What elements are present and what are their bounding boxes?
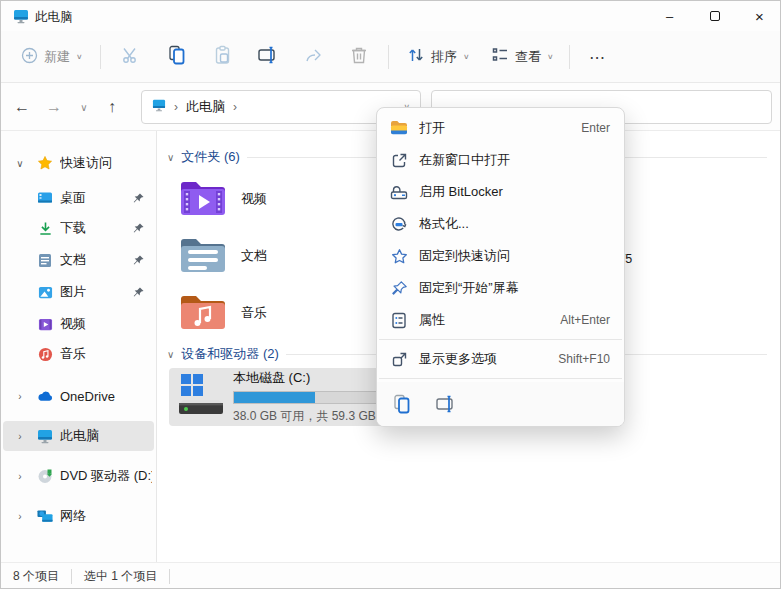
toolbar-divider [100, 45, 101, 69]
minimize-button[interactable]: – [647, 1, 692, 31]
folder-tile-label: 文档 [241, 247, 267, 265]
breadcrumb-separator: › [233, 100, 237, 114]
chevron-collapsed-icon[interactable]: › [13, 471, 27, 482]
documents-folder-icon [179, 233, 227, 279]
sidebar-item-quick-access[interactable]: ∨ 快速访问 [3, 148, 154, 178]
navigation-pane: ∨ 快速访问 桌面 下载 [1, 131, 157, 562]
local-disk-icon [179, 373, 223, 421]
context-menu-item-pin-to-start[interactable]: 固定到“开始”屏幕 [377, 272, 624, 304]
folder-tile-music[interactable]: 音乐 [179, 285, 267, 341]
sidebar-item-this-pc[interactable]: › 此电脑 [3, 421, 154, 451]
onedrive-cloud-icon [37, 388, 53, 404]
group-header-label: 文件夹 (6) [181, 148, 240, 166]
folder-tile-documents[interactable]: 文档 [179, 228, 267, 284]
sidebar-item-downloads[interactable]: 下载 [3, 213, 154, 243]
delete-button[interactable] [341, 41, 377, 73]
document-icon [37, 252, 53, 268]
copy-icon [167, 45, 187, 69]
context-menu-item-open-new-window[interactable]: 在新窗口中打开 [377, 144, 624, 176]
sidebar-item-label: 视频 [60, 315, 86, 333]
sidebar-item-label: 音乐 [60, 345, 86, 363]
menu-separator [379, 339, 622, 340]
sidebar-item-label: 图片 [60, 283, 86, 301]
sidebar-item-label: 快速访问 [60, 154, 112, 172]
rename-button[interactable] [250, 41, 286, 73]
copy-menu-button[interactable] [391, 393, 413, 415]
chevron-down-icon: ∨ [76, 53, 83, 61]
ellipsis-icon: ⋯ [589, 48, 606, 67]
status-divider [71, 569, 72, 584]
dvd-drive-icon [37, 468, 53, 484]
download-icon [37, 220, 53, 236]
chevron-expanded-icon[interactable]: ∨ [167, 349, 174, 360]
breadcrumb-this-pc[interactable]: 此电脑 [186, 98, 225, 116]
videos-icon [37, 316, 53, 332]
chevron-collapsed-icon[interactable]: › [13, 511, 27, 522]
more-button[interactable]: ⋯ [581, 41, 614, 73]
sort-button[interactable]: 排序 ∨ [399, 41, 478, 73]
status-divider [169, 569, 170, 584]
cut-button[interactable] [113, 41, 149, 73]
sort-button-label: 排序 [431, 48, 457, 66]
view-button-label: 查看 [515, 48, 541, 66]
context-menu-item-show-more-options[interactable]: 显示更多选项 Shift+F10 [377, 343, 624, 375]
sidebar-item-dvd-drive[interactable]: › DVD 驱动器 (D:) CP [3, 461, 154, 491]
chevron-expanded-icon[interactable]: ∨ [167, 152, 174, 163]
titlebar: 此电脑 – × [1, 1, 780, 31]
context-menu-item-properties[interactable]: 属性 Alt+Enter [377, 304, 624, 336]
sidebar-item-label: 此电脑 [60, 427, 99, 445]
share-button[interactable] [296, 41, 332, 73]
pin-icon [132, 221, 146, 235]
context-menu-item-enable-bitlocker[interactable]: 启用 BitLocker [377, 176, 624, 208]
sidebar-item-documents[interactable]: 文档 [3, 245, 154, 275]
back-button[interactable]: ← [7, 91, 37, 123]
new-button-label: 新建 [44, 48, 70, 66]
up-button[interactable]: ↑ [97, 91, 127, 123]
music-icon [37, 346, 53, 362]
maximize-button[interactable] [692, 1, 737, 31]
close-button[interactable]: × [737, 1, 781, 31]
chevron-down-icon: ∨ [547, 53, 554, 61]
context-menu-icon-row [377, 382, 624, 426]
sidebar-item-label: 网络 [60, 507, 86, 525]
this-pc-icon [152, 98, 166, 116]
pin-icon [132, 191, 146, 205]
folder-tile-label: 视频 [241, 190, 267, 208]
sidebar-item-music[interactable]: 音乐 [3, 339, 154, 369]
paste-button[interactable] [205, 41, 241, 73]
item-count: 8 个项目 [13, 568, 59, 585]
recent-locations-button[interactable]: ∨ [69, 91, 99, 123]
bitlocker-lock-icon [389, 182, 409, 202]
selected-count: 选中 1 个项目 [84, 568, 157, 585]
sidebar-item-videos[interactable]: 视频 [3, 309, 154, 339]
chevron-collapsed-icon[interactable]: › [13, 391, 27, 402]
window-title: 此电脑 [35, 9, 73, 26]
forward-button[interactable]: → [39, 91, 69, 123]
copy-button[interactable] [159, 41, 195, 73]
context-menu-item-open[interactable]: 打开 Enter [377, 112, 624, 144]
new-button[interactable]: 新建 ∨ [13, 41, 91, 73]
view-button[interactable]: 查看 ∨ [483, 41, 562, 73]
rename-menu-button[interactable] [435, 393, 457, 415]
context-menu-item-pin-quick-access[interactable]: 固定到快速访问 [377, 240, 624, 272]
sidebar-item-network[interactable]: › 网络 [3, 501, 154, 531]
sidebar-item-pictures[interactable]: 图片 [3, 277, 154, 307]
sidebar-item-desktop[interactable]: 桌面 [3, 183, 154, 213]
desktop-icon [37, 190, 53, 206]
sidebar-item-label: OneDrive [60, 389, 115, 404]
sidebar-item-onedrive[interactable]: › OneDrive [3, 381, 154, 411]
sidebar-item-label: 文档 [60, 251, 86, 269]
show-more-options-icon [389, 349, 409, 369]
chevron-collapsed-icon[interactable]: › [13, 431, 27, 442]
pin-outline-icon [389, 278, 409, 298]
explorer-window: 此电脑 – × 新建 ∨ [0, 0, 781, 589]
trash-icon [350, 45, 368, 69]
command-toolbar: 新建 ∨ [1, 31, 780, 83]
status-bar: 8 个项目 选中 1 个项目 [1, 562, 780, 589]
context-menu-item-format[interactable]: 格式化... [377, 208, 624, 240]
scissors-icon [121, 45, 141, 69]
paste-icon [213, 45, 233, 69]
pictures-icon [37, 284, 53, 300]
chevron-expanded-icon[interactable]: ∨ [13, 158, 27, 169]
folder-tile-videos[interactable]: 视频 [179, 171, 267, 227]
